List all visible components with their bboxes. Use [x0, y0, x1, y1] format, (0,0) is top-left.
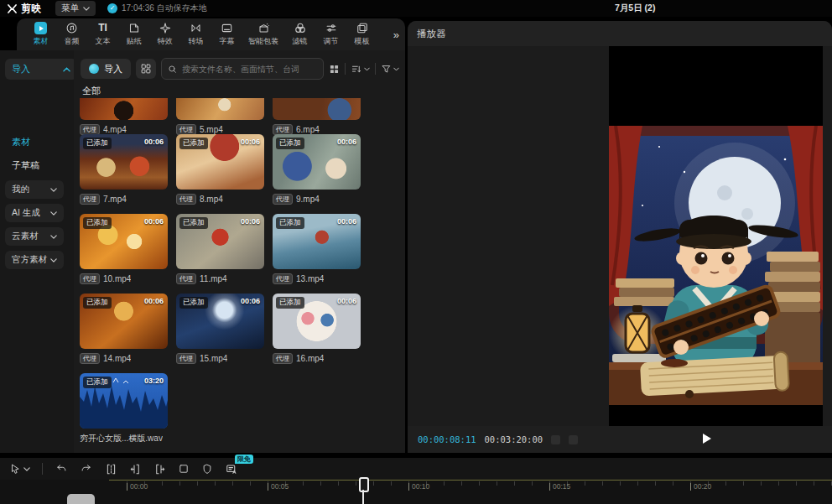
undo-button[interactable] — [55, 463, 68, 475]
tab-transitions[interactable]: 转场 — [180, 22, 211, 47]
tab-sticker[interactable]: 贴纸 — [118, 22, 149, 47]
delete-left-button[interactable] — [129, 463, 142, 475]
player-option-icon[interactable] — [551, 435, 560, 444]
media-item[interactable]: 已添加 00:06 代理9.mp4 — [273, 134, 361, 205]
added-badge: 已添加 — [276, 297, 304, 309]
audio-thumbnail[interactable]: 已添加 03:20 — [80, 373, 168, 429]
media-item[interactable]: 已添加 00:06 代理7.mp4 — [80, 134, 168, 205]
redo-button[interactable] — [80, 463, 93, 475]
video-viewport[interactable] — [609, 46, 823, 426]
media-item[interactable]: 已添加 00:06 代理16.mp4 — [273, 294, 361, 364]
video-thumbnail[interactable]: 已添加 00:06 — [273, 134, 361, 190]
media-item[interactable]: 已添加 00:06 代理8.mp4 — [176, 134, 264, 205]
recognize-captions-button[interactable]: 限免 — [225, 463, 238, 475]
player-option-icon[interactable] — [569, 435, 578, 444]
proxy-badge: 代理 — [80, 194, 100, 205]
delete-right-button[interactable] — [153, 463, 166, 475]
redo-icon — [80, 463, 93, 475]
sidebar-import-section[interactable]: 导入 — [5, 59, 77, 80]
tab-smart-pack[interactable]: 智能包装 — [242, 22, 284, 47]
chevron-down-icon — [23, 467, 30, 471]
import-button[interactable]: 导入 — [81, 59, 131, 79]
grid-view-button[interactable] — [329, 64, 340, 75]
added-badge: 已添加 — [276, 217, 304, 229]
media-item[interactable]: 已添加 00:06 代理11.mp4 — [176, 214, 264, 284]
audio-item[interactable]: 已添加 03:20 穷开心女版...横版.wav — [80, 373, 168, 444]
media-grid-row: 已添加 00:06 代理7.mp4 已添加 00:06 代理8.mp4 已添加 … — [80, 134, 400, 205]
video-thumbnail[interactable] — [176, 98, 264, 120]
media-item[interactable]: 代理4.mp4 — [80, 98, 168, 135]
media-item[interactable]: 已添加 00:06 代理10.mp4 — [80, 214, 168, 284]
video-thumbnail[interactable]: 已添加 00:06 — [176, 294, 264, 349]
search-input[interactable] — [180, 64, 317, 75]
crop-button[interactable] — [178, 463, 190, 475]
media-item[interactable]: 代理6.mp4 — [273, 98, 361, 135]
media-icon — [34, 22, 47, 34]
play-button[interactable] — [703, 434, 711, 444]
added-badge: 已添加 — [83, 377, 112, 388]
sidebar-group-mine[interactable]: 我的 — [5, 180, 64, 199]
proxy-badge: 代理 — [273, 273, 293, 284]
video-thumbnail[interactable]: 已添加 00:06 — [80, 294, 168, 349]
sidebar-group-cloud[interactable]: 云素材 — [5, 227, 64, 246]
sidebar-item-material[interactable]: 素材 — [12, 136, 30, 148]
select-tool-button[interactable] — [10, 463, 30, 475]
sidebar-item-subdraft[interactable]: 子草稿 — [12, 159, 39, 172]
split-button[interactable] — [105, 463, 117, 475]
sort-button[interactable] — [351, 64, 370, 75]
media-grid-row: 已添加 00:06 代理10.mp4 已添加 00:06 代理11.mp4 已添… — [80, 214, 400, 284]
tab-templates[interactable]: 模板 — [346, 22, 377, 47]
tab-captions[interactable]: 字幕 — [211, 22, 242, 47]
autosave-check-icon: ✓ — [107, 3, 117, 13]
crop-icon — [178, 463, 190, 475]
tab-label: 调节 — [324, 36, 339, 47]
project-title: 7月5日 (2) — [615, 3, 655, 14]
mask-button[interactable] — [201, 463, 213, 475]
current-timecode: 00:00:08:11 — [418, 434, 476, 444]
search-box[interactable] — [161, 58, 324, 80]
tab-effects[interactable]: 特效 — [149, 22, 180, 47]
filter-button[interactable] — [381, 64, 399, 75]
total-timecode: 00:03:20:00 — [485, 434, 543, 444]
material-grid-button[interactable] — [136, 59, 156, 79]
added-badge: 已添加 — [179, 138, 208, 149]
toolbar-expand-button[interactable]: » — [390, 29, 402, 41]
tab-audio[interactable]: 音频 — [56, 22, 87, 47]
video-thumbnail[interactable] — [273, 98, 361, 120]
sidebar-group-official[interactable]: 官方素材 — [5, 251, 64, 269]
menu-button[interactable]: 菜单 — [55, 1, 96, 16]
filter-all-label[interactable]: 全部 — [82, 85, 101, 97]
media-grid-row: 已添加 00:06 代理14.mp4 已添加 00:06 代理15.mp4 已添… — [80, 294, 400, 364]
tab-media[interactable]: 素材 — [25, 22, 56, 47]
video-thumbnail[interactable]: 已添加 00:06 — [176, 134, 264, 190]
media-item[interactable]: 代理5.mp4 — [176, 98, 264, 135]
player-panel: 播放器 — [408, 21, 832, 453]
media-item[interactable]: 已添加 00:06 代理15.mp4 — [176, 294, 264, 364]
transition-icon — [189, 22, 203, 34]
video-thumbnail[interactable]: 已添加 00:06 — [273, 214, 361, 269]
video-thumbnail[interactable]: 已添加 00:06 — [273, 294, 361, 349]
duration-label: 00:06 — [241, 297, 260, 305]
timeline-clip-fragment — [67, 494, 95, 504]
video-thumbnail[interactable]: 已添加 00:06 — [80, 214, 168, 269]
video-thumbnail[interactable] — [80, 98, 168, 120]
tab-text[interactable]: TI 文本 — [87, 22, 118, 47]
timeline-ruler[interactable]: 00:00 00:05 00:10 00:15 00:20 — [0, 480, 832, 504]
search-icon — [168, 65, 177, 74]
player-stage — [408, 46, 832, 426]
playhead-handle[interactable] — [359, 477, 369, 492]
tab-filters[interactable]: 滤镜 — [284, 22, 315, 47]
tab-adjust[interactable]: 调节 — [315, 22, 346, 47]
video-thumbnail[interactable]: 已添加 00:06 — [80, 134, 168, 190]
sticker-icon — [127, 22, 141, 34]
text-icon: TI — [98, 22, 107, 34]
proxy-badge: 代理 — [80, 273, 100, 284]
added-badge: 已添加 — [83, 297, 112, 309]
video-thumbnail[interactable]: 已添加 00:06 — [176, 214, 264, 269]
media-filename: 5.mp4 — [200, 125, 223, 134]
autosave-status: ✓ 17:04:36 自动保存本地 — [107, 3, 207, 14]
sidebar-group-ai[interactable]: AI 生成 — [5, 204, 64, 222]
media-item[interactable]: 已添加 00:06 代理13.mp4 — [273, 214, 361, 284]
media-item[interactable]: 已添加 00:06 代理14.mp4 — [80, 294, 168, 364]
tab-label: 文本 — [96, 36, 111, 47]
